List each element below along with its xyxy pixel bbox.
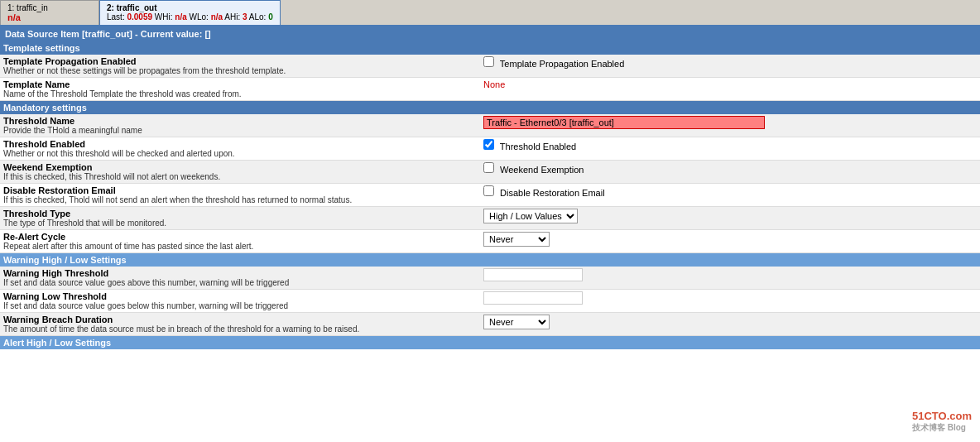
- threshold-enabled-control: Threshold Enabled: [480, 137, 980, 161]
- threshold-type-label-cell: Threshold Type The type of Threshold tha…: [0, 207, 480, 230]
- warning-high-label: Warning High Threshold: [3, 268, 477, 278]
- weekend-exemption-label: Weekend Exemption: [3, 162, 477, 172]
- re-alert-cycle-label-cell: Re-Alert Cycle Repeat alert after this a…: [0, 230, 480, 253]
- template-name-value: None: [483, 79, 505, 89]
- template-propagation-row: Template Propagation Enabled Whether or …: [0, 55, 980, 78]
- warning-high-label-cell: Warning High Threshold If set and data s…: [0, 267, 480, 290]
- tab-traffic-in-label: 1: traffic_in: [7, 3, 92, 12]
- threshold-enabled-checkbox-label[interactable]: Threshold Enabled: [483, 142, 576, 151]
- tab-traffic-in[interactable]: 1: traffic_in n/a: [0, 0, 99, 25]
- warning-low-label: Warning Low Threshold: [3, 291, 477, 301]
- warning-high-row: Warning High Threshold If set and data s…: [0, 267, 980, 290]
- disable-restoration-label: Disable Restoration Email: [3, 185, 477, 195]
- threshold-name-desc: Provide the THold a meaningful name: [3, 126, 477, 135]
- warning-breach-control: Never 5 Minutes 10 Minutes 15 Minutes 30…: [480, 313, 980, 336]
- disable-restoration-control: Disable Restoration Email: [480, 184, 980, 207]
- warning-breach-row: Warning Breach Duration The amount of ti…: [0, 313, 980, 336]
- warning-low-desc: If set and data source value goes below …: [3, 301, 477, 310]
- template-name-control: None: [480, 78, 980, 101]
- warning-high-input[interactable]: [483, 268, 583, 281]
- threshold-type-control: High / Low Values Baseline Time-Based: [480, 207, 980, 230]
- mandatory-settings-header: Mandatory settings: [0, 101, 980, 115]
- tab2-stats: Last: 0.0059 WHi: n/a WLo: n/a AHi: 3 AL…: [107, 12, 273, 22]
- threshold-enabled-desc: Whether or not this threshold will be ch…: [3, 149, 477, 158]
- template-propagation-label-cell: Template Propagation Enabled Whether or …: [0, 55, 480, 78]
- weekend-exemption-checkbox[interactable]: [483, 162, 494, 173]
- warning-low-row: Warning Low Threshold If set and data so…: [0, 290, 980, 313]
- alert-settings-header: Alert High / Low Settings: [0, 336, 980, 350]
- disable-restoration-checkbox[interactable]: [483, 185, 494, 196]
- threshold-enabled-checkbox[interactable]: [483, 139, 494, 150]
- threshold-name-label: Threshold Name: [3, 116, 477, 126]
- warning-low-label-cell: Warning Low Threshold If set and data so…: [0, 290, 480, 313]
- disable-restoration-checkbox-label[interactable]: Disable Restoration Email: [483, 188, 605, 198]
- weekend-exemption-row: Weekend Exemption If this is checked, th…: [0, 161, 980, 184]
- weekend-exemption-checkbox-label[interactable]: Weekend Exemption: [483, 165, 584, 175]
- threshold-name-row: Threshold Name Provide the THold a meani…: [0, 114, 980, 137]
- main-form-table: Template settings Template Propagation E…: [0, 41, 980, 349]
- template-name-label-cell: Template Name Name of the Threshold Temp…: [0, 78, 480, 101]
- threshold-enabled-row: Threshold Enabled Whether or not this th…: [0, 137, 980, 161]
- warning-high-desc: If set and data source value goes above …: [3, 278, 477, 287]
- weekend-exemption-control: Weekend Exemption: [480, 161, 980, 184]
- threshold-name-input[interactable]: [483, 116, 765, 129]
- warning-low-control: [480, 290, 980, 313]
- tab-traffic-out[interactable]: 2: traffic_out Last: 0.0059 WHi: n/a WLo…: [99, 0, 281, 25]
- threshold-type-row: Threshold Type The type of Threshold tha…: [0, 207, 980, 230]
- threshold-type-label: Threshold Type: [3, 209, 477, 219]
- threshold-name-label-cell: Threshold Name Provide the THold a meani…: [0, 114, 480, 137]
- weekend-exemption-desc: If this is checked, this Threshold will …: [3, 172, 477, 181]
- disable-restoration-row: Disable Restoration Email If this is che…: [0, 184, 980, 207]
- threshold-name-control: [480, 114, 980, 137]
- template-name-label: Template Name: [3, 79, 477, 89]
- datasource-header: Data Source Item [traffic_out] - Current…: [0, 26, 980, 41]
- warning-low-input[interactable]: [483, 291, 583, 305]
- threshold-enabled-label-cell: Threshold Enabled Whether or not this th…: [0, 137, 480, 161]
- re-alert-cycle-desc: Repeat alert after this amount of time h…: [3, 242, 477, 251]
- warning-high-control: [480, 267, 980, 290]
- template-propagation-label: Template Propagation Enabled: [3, 56, 477, 66]
- warning-breach-select[interactable]: Never 5 Minutes 10 Minutes 15 Minutes 30…: [483, 315, 550, 329]
- template-propagation-checkbox[interactable]: [483, 56, 494, 67]
- threshold-enabled-label: Threshold Enabled: [3, 139, 477, 149]
- disable-restoration-label-cell: Disable Restoration Email If this is che…: [0, 184, 480, 207]
- threshold-type-select[interactable]: High / Low Values Baseline Time-Based: [483, 209, 578, 223]
- disable-restoration-desc: If this is checked, Thold will not send …: [3, 195, 477, 204]
- warning-settings-header: Warning High / Low Settings: [0, 253, 980, 267]
- mandatory-settings-header-row: Mandatory settings: [0, 101, 980, 115]
- alert-settings-header-row: Alert High / Low Settings: [0, 336, 980, 350]
- warning-breach-label-cell: Warning Breach Duration The amount of ti…: [0, 313, 480, 336]
- warning-settings-header-row: Warning High / Low Settings: [0, 253, 980, 267]
- warning-breach-desc: The amount of time the data source must …: [3, 324, 477, 334]
- re-alert-cycle-row: Re-Alert Cycle Repeat alert after this a…: [0, 230, 980, 253]
- weekend-exemption-label-cell: Weekend Exemption If this is checked, th…: [0, 161, 480, 184]
- tab1-label: 1: traffic_in: [7, 3, 48, 12]
- template-name-desc: Name of the Threshold Template the thres…: [3, 89, 477, 98]
- re-alert-cycle-control: Never 5 Minutes 10 Minutes 15 Minutes 30…: [480, 230, 980, 253]
- warning-breach-label: Warning Breach Duration: [3, 315, 477, 324]
- tab1-value: n/a: [7, 12, 92, 22]
- re-alert-cycle-label: Re-Alert Cycle: [3, 232, 477, 242]
- threshold-type-desc: The type of Threshold that will be monit…: [3, 219, 477, 228]
- template-settings-header-row: Template settings: [0, 41, 980, 55]
- template-propagation-checkbox-label[interactable]: Template Propagation Enabled: [483, 59, 624, 69]
- template-name-row: Template Name Name of the Threshold Temp…: [0, 78, 980, 101]
- tab-traffic-out-label: 2: traffic_out: [107, 3, 273, 12]
- template-settings-header: Template settings: [0, 41, 980, 55]
- re-alert-cycle-select[interactable]: Never 5 Minutes 10 Minutes 15 Minutes 30…: [483, 232, 550, 247]
- template-propagation-control: Template Propagation Enabled: [480, 55, 980, 78]
- template-propagation-desc: Whether or not these settings will be pr…: [3, 66, 477, 75]
